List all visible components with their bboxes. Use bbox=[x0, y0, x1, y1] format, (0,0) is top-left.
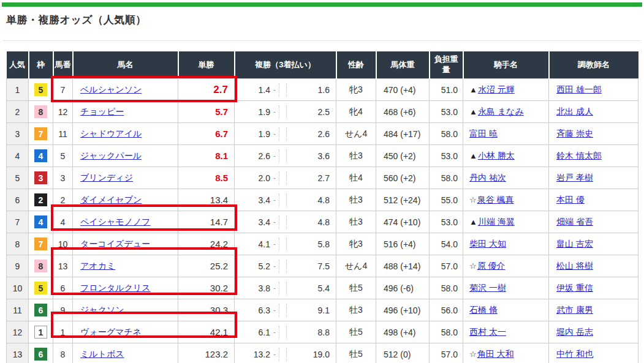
jockey-link[interactable]: 石橋 脩 bbox=[469, 305, 498, 315]
place-odds-max: 5.4 bbox=[287, 283, 336, 293]
place-odds-separator: - bbox=[270, 328, 279, 337]
place-odds-cell: 3.4-4.8 bbox=[235, 189, 336, 211]
trainer-link[interactable]: 西田 雄一郎 bbox=[556, 84, 602, 94]
trainer-cell: 西田 雄一郎 bbox=[549, 79, 638, 101]
jockey-link[interactable]: 菊沢 一樹 bbox=[469, 283, 506, 293]
accent-bar bbox=[2, 2, 642, 7]
trainer-link[interactable]: 北出 成人 bbox=[556, 107, 593, 116]
jockey-cell: 西村 太一 bbox=[463, 321, 549, 343]
trainer-cell: 伊坂 重信 bbox=[549, 277, 638, 299]
horse-name-link[interactable]: ヴォーグマチネ bbox=[80, 327, 142, 337]
win-odds-value: 2.7 bbox=[213, 84, 228, 95]
jockey-cell: 柴田 大知 bbox=[463, 233, 549, 255]
horse-name-link[interactable]: ジャックパール bbox=[80, 151, 142, 160]
trainer-link[interactable]: 松山 将樹 bbox=[556, 261, 593, 271]
waku-cell: 6 bbox=[29, 299, 53, 321]
horse-name-link[interactable]: ブリンディジ bbox=[80, 173, 133, 182]
horse-weight-cell: 450 (+2) bbox=[376, 145, 430, 167]
place-odds-cell: 4.1-5.8 bbox=[235, 233, 336, 255]
waku-cell: 5 bbox=[29, 277, 53, 299]
col-header-sex-age: 性齢 bbox=[336, 51, 376, 79]
trainer-link[interactable]: 伊坂 重信 bbox=[556, 283, 593, 293]
win-odds-value: 5.7 bbox=[215, 107, 228, 117]
horse-name-link[interactable]: シャドウアイル bbox=[80, 129, 142, 138]
horse-name-cell: シャドウアイル bbox=[73, 123, 178, 145]
sex-age-cell: 牡3 bbox=[336, 189, 376, 211]
carried-weight-cell: 54.0 bbox=[430, 233, 463, 255]
trainer-link[interactable]: 畑端 省吾 bbox=[556, 217, 593, 226]
rank-cell: 10 bbox=[7, 277, 29, 299]
horse-weight-cell: 496 (+10) bbox=[376, 299, 430, 321]
place-odds-separator: - bbox=[270, 240, 279, 249]
horse-name-cell: ミルトボス bbox=[73, 343, 178, 363]
jockey-link[interactable]: 泉谷 楓真 bbox=[477, 195, 514, 204]
sex-age-cell: 牡5 bbox=[336, 321, 376, 343]
jockey-link[interactable]: 西村 太一 bbox=[469, 327, 506, 337]
horse-name-link[interactable]: ダイメイセブン bbox=[80, 195, 142, 204]
rank-cell: 9 bbox=[7, 255, 29, 277]
trainer-link[interactable]: 武市 康男 bbox=[556, 305, 593, 315]
jockey-link[interactable]: 丹内 祐次 bbox=[469, 173, 506, 182]
horse-name-link[interactable]: ジャクソン bbox=[80, 305, 124, 315]
trainer-link[interactable]: 堀内 岳志 bbox=[556, 327, 593, 337]
horse-name-link[interactable]: チョッピー bbox=[80, 107, 124, 116]
carried-weight-cell: 53.0 bbox=[430, 211, 463, 233]
horse-name-cell: ヴォーグマチネ bbox=[73, 321, 178, 343]
jockey-link[interactable]: 富田 暁 bbox=[469, 129, 498, 138]
trainer-link[interactable]: 鈴木 慎太郎 bbox=[556, 151, 602, 160]
place-odds-separator: - bbox=[270, 306, 279, 315]
jockey-link[interactable]: 小林 勝太 bbox=[478, 151, 515, 160]
horse-name-link[interactable]: ターコイズデュー bbox=[80, 239, 150, 249]
horse-number-cell: 11 bbox=[53, 123, 73, 145]
place-odds-range: 3.4-4.8 bbox=[235, 189, 336, 211]
horse-name-link[interactable]: ペイシャモノノフ bbox=[80, 217, 151, 226]
trainer-link[interactable]: 畠山 吉宏 bbox=[556, 239, 593, 249]
place-odds-separator: - bbox=[270, 196, 279, 204]
place-odds-min: 6.3 bbox=[235, 305, 270, 315]
jockey-apprentice-mark: ▲ bbox=[469, 85, 477, 94]
horse-number-cell: 5 bbox=[53, 145, 73, 167]
jockey-link[interactable]: 角田 大和 bbox=[477, 349, 514, 359]
waku-badge: 4 bbox=[34, 149, 47, 162]
jockey-link[interactable]: 水沼 元輝 bbox=[478, 84, 515, 94]
horse-name-link[interactable]: ベルシャンソン bbox=[80, 84, 142, 94]
waku-cell: 1 bbox=[29, 321, 53, 343]
horse-number-cell: 3 bbox=[53, 167, 73, 189]
waku-badge: 8 bbox=[34, 260, 47, 272]
horse-name-link[interactable]: フロンタルクリス bbox=[80, 283, 151, 293]
jockey-link[interactable]: 川端 海翼 bbox=[478, 217, 515, 226]
place-odds-range: 5.2-7.5 bbox=[235, 255, 336, 277]
jockey-link[interactable]: 原 優介 bbox=[477, 261, 506, 271]
jockey-cell: ▲水沼 元輝 bbox=[463, 79, 549, 101]
place-odds-cell: 1.4-1.6 bbox=[235, 79, 336, 101]
trainer-link[interactable]: 岩戸 孝樹 bbox=[556, 173, 593, 182]
place-odds-separator: - bbox=[270, 152, 279, 160]
sex-age-cell: せん4 bbox=[336, 255, 376, 277]
rank-cell: 1 bbox=[7, 79, 29, 101]
trainer-link[interactable]: 斉藤 崇史 bbox=[556, 129, 593, 138]
table-row: 622ダイメイセブン13.43.4-4.8牡3512 (+24)55.0☆泉谷 … bbox=[7, 189, 638, 211]
horse-name-link[interactable]: アオカミ bbox=[80, 261, 115, 271]
win-odds-cell: 5.7 bbox=[178, 101, 235, 123]
trainer-cell: 武市 康男 bbox=[549, 299, 638, 321]
trainer-cell: 松山 将樹 bbox=[549, 255, 638, 277]
sex-age-cell: 牝3 bbox=[336, 79, 376, 101]
sex-age-cell: 牡5 bbox=[336, 277, 376, 299]
place-odds-cell: 6.1-8.8 bbox=[235, 321, 336, 343]
place-odds-separator: - bbox=[270, 130, 279, 138]
trainer-cell: 本田 優 bbox=[549, 189, 638, 211]
trainer-link[interactable]: 本田 優 bbox=[556, 195, 585, 204]
jockey-link[interactable]: 柴田 大知 bbox=[469, 239, 506, 249]
win-odds-value: 6.7 bbox=[215, 129, 228, 139]
place-odds-max: 9.1 bbox=[287, 305, 336, 315]
table-row: 445ジャックパール8.12.6-3.6牡3450 (+2)53.0▲小林 勝太… bbox=[7, 145, 638, 167]
waku-cell: 8 bbox=[29, 255, 53, 277]
table-header-row: 人気枠馬番馬名単勝複勝（3着払い）性齢馬体重負担重量騎手名調教師名 bbox=[7, 51, 638, 79]
horse-name-link[interactable]: ミルトボス bbox=[80, 349, 124, 359]
waku-badge: 6 bbox=[34, 304, 47, 316]
horse-number-cell: 10 bbox=[53, 233, 73, 255]
win-odds-value: 30.2 bbox=[210, 283, 228, 293]
win-odds-cell: 14.7 bbox=[178, 211, 235, 233]
jockey-link[interactable]: 永島 まなみ bbox=[478, 107, 524, 116]
trainer-link[interactable]: 中竹 和也 bbox=[556, 349, 593, 359]
